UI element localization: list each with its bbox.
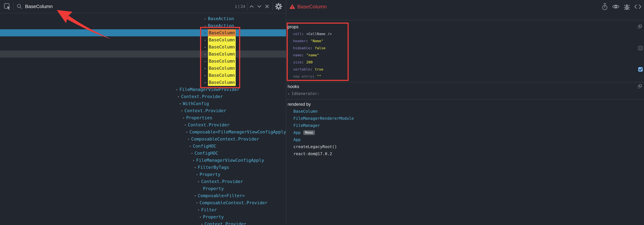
- tree-row[interactable]: ▾WithConfig: [0, 100, 286, 107]
- owner-name[interactable]: FileManagerRendererModule: [294, 115, 354, 122]
- prop-value[interactable]: true: [315, 67, 323, 71]
- tree-row[interactable]: ▾ConfigHOC: [0, 143, 286, 150]
- tree-row[interactable]: ▸BaseColumn: [0, 51, 286, 58]
- search-input[interactable]: [25, 4, 233, 9]
- owner-name[interactable]: App: [294, 129, 301, 136]
- caret-expanded-icon[interactable]: ▾: [196, 171, 200, 178]
- tree-row[interactable]: ▸BaseColumn: [0, 44, 286, 51]
- caret-expanded-icon[interactable]: ▾: [196, 199, 200, 206]
- prop-value[interactable]: <CellName />: [306, 32, 332, 36]
- tree-row[interactable]: ▾Composable<FileManagerViewConfigApply>: [0, 128, 286, 135]
- tree-row[interactable]: ▸BaseColumn: [0, 79, 286, 86]
- caret-collapsed-icon[interactable]: ▸: [204, 58, 208, 65]
- caret-collapsed-icon[interactable]: ▸: [204, 22, 208, 29]
- tree-row[interactable]: ▾Context.Provider: [0, 220, 286, 225]
- rendered-by-title: rendered by: [286, 101, 644, 108]
- tree-row[interactable]: ▸BaseColumn: [0, 36, 286, 44]
- caret-expanded-icon[interactable]: ▾: [183, 114, 186, 121]
- prop-value[interactable]: false: [315, 46, 325, 50]
- caret-expanded-icon[interactable]: ▾: [178, 93, 181, 100]
- prop-value[interactable]: "Name": [310, 39, 323, 43]
- stopwatch-icon[interactable]: [602, 3, 608, 10]
- caret-expanded-icon[interactable]: ▾: [189, 143, 193, 150]
- unchecked-checkbox[interactable]: [638, 46, 643, 50]
- caret-expanded-icon[interactable]: ▾: [198, 206, 201, 213]
- tree-row[interactable]: ▾ComposableContext.Provider: [0, 135, 286, 143]
- tree-row[interactable]: ▾Context.Provider: [0, 121, 286, 128]
- caret-expanded-icon[interactable]: ▾: [198, 178, 201, 185]
- caret-expanded-icon[interactable]: ▾: [191, 150, 194, 157]
- owner-name: createLegacyRoot(): [294, 143, 337, 150]
- caret-expanded-icon[interactable]: ▾: [184, 121, 188, 128]
- next-match-icon[interactable]: [256, 3, 263, 10]
- caret-expanded-icon[interactable]: ▾: [193, 157, 196, 164]
- caret-collapsed-icon[interactable]: ▸: [204, 51, 208, 58]
- prop-key: new entry: [293, 74, 312, 78]
- bug-icon[interactable]: [624, 3, 630, 10]
- tree-row[interactable]: ▾Context.Provider: [0, 107, 286, 114]
- tree-row[interactable]: ▾FilterByTags: [0, 164, 286, 171]
- tree-row[interactable]: ▸BaseColumn: [0, 29, 286, 36]
- prop-value[interactable]: "": [317, 74, 321, 78]
- tree-row[interactable]: ▾Property: [0, 171, 286, 178]
- component-name: Context.Provider: [181, 93, 223, 100]
- owner-name[interactable]: FileManager: [294, 122, 320, 129]
- caret-collapsed-icon[interactable]: ▸: [204, 65, 208, 72]
- component-name: WithConfig: [183, 100, 209, 107]
- caret-expanded-icon[interactable]: ▾: [188, 135, 191, 143]
- tree-row[interactable]: ▾Property: [0, 213, 286, 220]
- previous-match-icon[interactable]: [248, 3, 256, 10]
- caret-collapsed-icon[interactable]: ▸: [204, 44, 208, 51]
- component-name: Composable<FileManagerViewConfigApply>: [190, 128, 286, 135]
- tree-row[interactable]: ▾Composable<Filter>: [0, 192, 286, 199]
- settings-gear-icon[interactable]: [274, 2, 283, 11]
- tree-row[interactable]: Property: [0, 185, 286, 192]
- caret-collapsed-icon[interactable]: ▸: [204, 29, 208, 36]
- eye-icon[interactable]: [612, 4, 620, 9]
- prop-value[interactable]: "name": [306, 53, 319, 57]
- caret-collapsed-icon[interactable]: ▸: [204, 15, 208, 22]
- owner-name[interactable]: BaseColumn: [294, 108, 318, 115]
- caret-collapsed-icon[interactable]: ▸: [204, 79, 208, 86]
- prop-colon: :: [310, 46, 315, 50]
- tree-row[interactable]: ▾Filter: [0, 206, 286, 213]
- tree-row[interactable]: ▾ConfigHOC: [0, 150, 286, 157]
- caret-expanded-icon[interactable]: ▾: [194, 192, 198, 199]
- inspect-element-icon[interactable]: [4, 3, 11, 10]
- component-name: Properties: [186, 114, 212, 121]
- checked-checkbox[interactable]: [638, 67, 643, 72]
- tree-row[interactable]: ▾Properties: [0, 114, 286, 121]
- tree-row[interactable]: ▸BaseAction: [0, 15, 286, 22]
- tree-row[interactable]: ▾ComposableContext.Provider: [0, 199, 286, 206]
- clear-search-icon[interactable]: [263, 3, 271, 10]
- prop-key: size: [293, 60, 302, 64]
- tree-row[interactable]: ▸BaseColumn: [0, 58, 286, 65]
- tree-row[interactable]: ▸BaseColumn: [0, 65, 286, 72]
- caret-expanded-icon[interactable]: ▾: [201, 220, 204, 225]
- caret-expanded-icon[interactable]: ▾: [176, 86, 180, 93]
- copy-hooks-icon[interactable]: [638, 84, 642, 89]
- tree-row[interactable]: ▾FileManagerViewProvider: [0, 86, 286, 93]
- owner-name: react-dom@17.0.2: [294, 150, 332, 157]
- owner-name[interactable]: App: [294, 136, 301, 143]
- caret-collapsed-icon[interactable]: ▸: [288, 90, 292, 97]
- tree-row[interactable]: ▾FileManagerViewConfigApply: [0, 157, 286, 164]
- prop-row: cell:<CellName />: [286, 31, 644, 38]
- view-source-icon[interactable]: [634, 4, 642, 9]
- tree-row[interactable]: ▾Context.Provider: [0, 178, 286, 185]
- caret-expanded-icon[interactable]: ▾: [194, 164, 198, 171]
- caret-expanded-icon[interactable]: ▾: [200, 213, 203, 220]
- caret-collapsed-icon[interactable]: ▸: [204, 36, 208, 44]
- caret-expanded-icon[interactable]: ▾: [179, 100, 183, 107]
- hook-row[interactable]: ▸IdGenerator:: [286, 90, 644, 97]
- tree-panel-toolbar: 1 | 24: [0, 0, 286, 13]
- tree-row[interactable]: ▸BaseColumn: [0, 72, 286, 79]
- tree-row[interactable]: ▾Context.Provider: [0, 93, 286, 100]
- copy-props-icon[interactable]: [638, 25, 642, 29]
- tree-row[interactable]: ▸BaseAction: [0, 22, 286, 29]
- prop-value[interactable]: 200: [306, 60, 313, 64]
- caret-expanded-icon[interactable]: ▾: [181, 107, 184, 114]
- caret-expanded-icon[interactable]: ▾: [186, 128, 190, 135]
- caret-collapsed-icon[interactable]: ▸: [204, 72, 208, 79]
- component-name: BaseColumn: [208, 65, 236, 72]
